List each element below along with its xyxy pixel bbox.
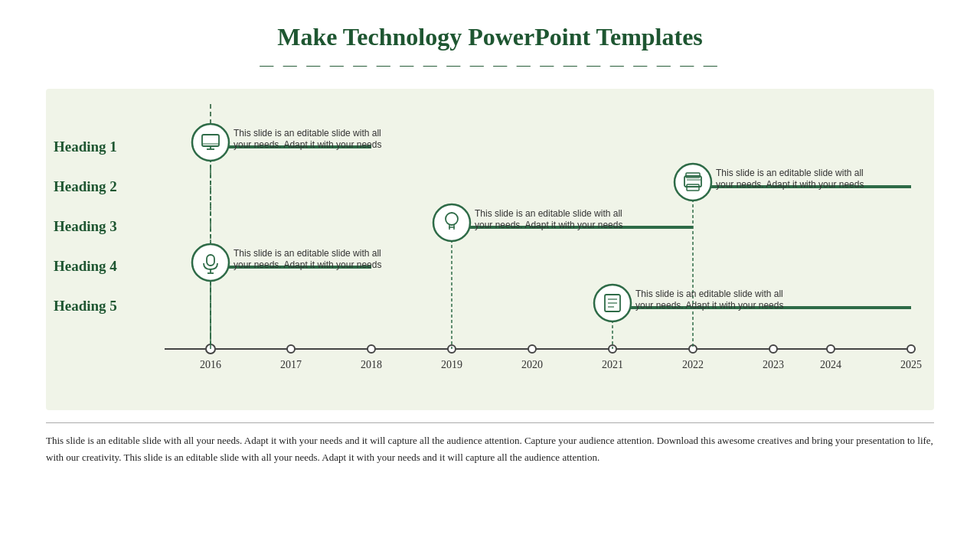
heading-2-label: Heading 2 xyxy=(54,178,117,194)
text-heading4-line1: This slide is an editable slide with all xyxy=(234,248,381,259)
text-heading3-line1: This slide is an editable slide with all xyxy=(475,208,622,219)
year-marker-2025 xyxy=(907,345,915,353)
year-marker-2020 xyxy=(528,345,536,353)
text-heading5-line1: This slide is an editable slide with all xyxy=(635,289,783,299)
text-heading2-line2: your needs. Adapt it with your needs xyxy=(716,179,864,190)
text-heading1-line1: This slide is an editable slide with all xyxy=(234,128,381,139)
year-marker-2017 xyxy=(287,345,295,353)
text-heading1-line2: your needs. Adapt it with your needs xyxy=(234,139,381,150)
year-label-2022: 2022 xyxy=(682,359,704,370)
text-heading2-line1: This slide is an editable slide with all xyxy=(716,168,864,178)
title-underline: — — — — — — — — — — — — — — — — — — — — xyxy=(0,57,980,73)
icon-circle-heading4 xyxy=(192,244,229,281)
heading-4-label: Heading 4 xyxy=(54,258,117,274)
icon-circle-heading3 xyxy=(433,204,470,241)
icon-circle-heading1 xyxy=(192,124,229,161)
year-label-2019: 2019 xyxy=(441,359,462,370)
heading-5-label: Heading 5 xyxy=(54,298,117,314)
year-marker-2023 xyxy=(769,345,777,353)
year-marker-2018 xyxy=(368,345,375,353)
year-label-2020: 2020 xyxy=(521,359,543,370)
year-label-2021: 2021 xyxy=(602,359,623,370)
text-heading3-line2: your needs. Adapt it with your needs xyxy=(475,220,622,230)
year-label-2025: 2025 xyxy=(900,359,922,370)
text-heading4-line2: your needs. Adapt it with your needs xyxy=(234,259,381,270)
year-label-2017: 2017 xyxy=(280,359,302,370)
text-heading5-line2: your needs. Adapt it with your needs xyxy=(635,300,783,311)
heading-1-label: Heading 1 xyxy=(54,139,117,155)
year-marker-2024 xyxy=(827,345,835,353)
heading-3-label: Heading 3 xyxy=(54,218,117,234)
page-title: Make Technology PowerPoint Templates xyxy=(0,0,980,57)
year-label-2024: 2024 xyxy=(820,359,841,370)
year-label-2023: 2023 xyxy=(763,359,784,370)
year-label-2018: 2018 xyxy=(361,359,382,370)
icon-circle-heading2 xyxy=(675,164,711,201)
year-label-2016: 2016 xyxy=(200,359,221,370)
bottom-description: This slide is an editable slide with all… xyxy=(46,422,934,466)
timeline-container: Heading 1 Heading 2 Heading 3 Heading 4 … xyxy=(46,89,934,410)
